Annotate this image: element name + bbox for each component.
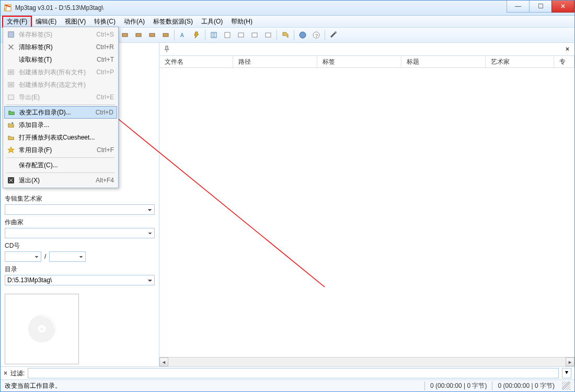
col-overflow[interactable]: 专 [554, 56, 574, 67]
svg-point-17 [300, 32, 306, 38]
menubar: 文件(F) 编辑(E) 视图(V) 转换(C) 动作(A) 标签数据源(S) 工… [1, 16, 574, 28]
menu-open-playlist[interactable]: 打开播放列表或Cuesheet... [4, 131, 117, 144]
cd-number-input[interactable] [5, 251, 41, 262]
col-path[interactable]: 路径 [233, 56, 317, 67]
filter-label: 过滤: [10, 369, 25, 378]
menu-tools[interactable]: 工具(O) [197, 16, 227, 27]
tb-tag-icon[interactable] [279, 29, 292, 41]
status-count-2: 0 (00:00:00 | 0 字节) [492, 382, 560, 390]
filter-input[interactable] [28, 368, 559, 378]
tb-playlist-icon[interactable] [208, 29, 220, 41]
scroll-left-icon[interactable]: ◄ [159, 358, 168, 366]
svg-rect-15 [252, 33, 257, 37]
filter-dropdown-icon[interactable]: ▾ [562, 368, 571, 378]
tb-misc2-icon[interactable] [248, 29, 261, 41]
svg-rect-7 [122, 33, 128, 37]
directory-input[interactable] [5, 275, 155, 285]
menu-favorites[interactable]: 常用目录(F)Ctrl+F [4, 144, 117, 156]
pin-icon[interactable] [163, 45, 171, 53]
file-menu-dropdown: 保存标签(S)Ctrl+S 清除标签(R)Ctrl+R 读取标签(T)Ctrl+… [3, 27, 119, 188]
tb-help-icon[interactable]: ? [310, 29, 323, 41]
album-artist-input[interactable] [5, 204, 155, 215]
col-filename[interactable]: 文件名 [159, 56, 233, 67]
filter-bar: × 过滤: ▾ [1, 366, 574, 379]
titlebar: Mp3tag v3.01 - D:\5.13\Mp3tag\ — ☐ ✕ [1, 1, 574, 16]
svg-rect-27 [8, 95, 14, 100]
svg-text:?: ? [315, 33, 318, 38]
filter-close-icon[interactable]: × [4, 370, 7, 377]
folder-open-icon [6, 133, 16, 142]
tb-web-icon[interactable] [296, 29, 309, 41]
folder-add-icon [6, 120, 16, 130]
star-icon [6, 145, 16, 155]
menu-save-config[interactable]: 保存配置(C)... [4, 159, 117, 171]
svg-rect-9 [150, 33, 155, 37]
scroll-right-icon[interactable]: ► [566, 358, 574, 366]
list-header: 文件名 路径 标签 标题 艺术家 专 [159, 56, 574, 68]
menu-convert[interactable]: 转换(C) [90, 16, 120, 27]
album-art-placeholder[interactable] [5, 294, 79, 364]
disc-icon [26, 313, 58, 344]
tb-export-icon[interactable] [221, 29, 234, 41]
status-count-1: 0 (00:00:00 | 0 字节) [424, 382, 492, 390]
status-message: 改变当前工作目录。 [5, 382, 424, 390]
tb-settings-icon[interactable] [327, 29, 340, 41]
menu-remove-tag[interactable]: 清除标签(R)Ctrl+R [4, 41, 117, 53]
close-button[interactable]: ✕ [551, 1, 574, 13]
list-icon [6, 67, 16, 77]
svg-point-23 [40, 328, 43, 331]
tb-misc1-icon[interactable] [235, 29, 247, 41]
minimize-button[interactable]: — [507, 1, 530, 13]
svg-point-20 [335, 31, 337, 33]
menu-help[interactable]: 帮助(H) [227, 16, 257, 27]
menu-actions[interactable]: 动作(A) [120, 16, 149, 27]
menu-view[interactable]: 视图(V) [61, 16, 90, 27]
svg-text:A: A [180, 32, 184, 38]
menu-read-tag[interactable]: 读取标签(T)Ctrl+T [4, 53, 117, 66]
tb-action4-icon[interactable] [159, 29, 172, 41]
album-artist-label: 专辑集艺术家 [5, 194, 155, 203]
menu-edit[interactable]: 编辑(E) [31, 16, 61, 27]
file-list-pane: × 文件名 路径 标签 标题 艺术家 专 ◄ ► [159, 43, 574, 366]
col-tag[interactable]: 标签 [317, 56, 401, 67]
composer-input[interactable] [5, 228, 155, 238]
menu-exit[interactable]: 退出(X)Alt+F4 [4, 174, 117, 187]
menu-add-directory[interactable]: 添加目录... [4, 119, 117, 131]
tb-autonumber-icon[interactable]: A [177, 29, 189, 41]
svg-rect-16 [266, 33, 271, 37]
tb-action1-icon[interactable] [119, 29, 131, 41]
col-artist[interactable]: 艺术家 [486, 56, 554, 67]
svg-rect-13 [225, 32, 230, 38]
app-icon [4, 4, 12, 12]
cd-total-input[interactable] [49, 251, 86, 262]
menu-save-tag[interactable]: 保存标签(S)Ctrl+S [4, 28, 117, 41]
menu-change-directory[interactable]: 改变工作目录(D)...Ctrl+D [4, 106, 117, 119]
list-body[interactable] [159, 68, 574, 357]
status-bar: 改变当前工作目录。 0 (00:00:00 | 0 字节) 0 (00:00:0… [1, 379, 574, 391]
export-icon [6, 93, 16, 102]
directory-label: 目录 [5, 265, 155, 274]
tb-misc3-icon[interactable] [262, 29, 274, 41]
window-title: Mp3tag v3.01 - D:\5.13\Mp3tag\ [15, 4, 507, 11]
list-icon [6, 80, 16, 89]
maximize-button[interactable]: ☐ [529, 1, 552, 13]
resize-grip[interactable] [562, 382, 570, 390]
menu-file[interactable]: 文件(F) [3, 16, 31, 27]
menu-export[interactable]: 导出(E)Ctrl+E [4, 91, 117, 103]
cd-label: CD号 [5, 241, 155, 250]
svg-rect-14 [238, 33, 244, 37]
panel-close-icon[interactable]: × [564, 45, 571, 53]
svg-rect-10 [163, 33, 168, 37]
tb-action2-icon[interactable] [132, 29, 145, 41]
menu-playlist-all[interactable]: 创建播放列表(所有文件)Ctrl+P [4, 66, 117, 78]
app-window: Mp3tag v3.01 - D:\5.13\Mp3tag\ — ☐ ✕ 文件(… [0, 0, 575, 392]
panel-header: × [159, 43, 574, 56]
tb-action3-icon[interactable] [146, 29, 158, 41]
tb-quick-action-icon[interactable] [190, 29, 203, 41]
col-title[interactable]: 标题 [401, 56, 486, 67]
horizontal-scrollbar[interactable]: ◄ ► [159, 357, 574, 366]
svg-rect-24 [8, 32, 14, 38]
menu-tag-sources[interactable]: 标签数据源(S) [149, 16, 197, 27]
svg-rect-8 [136, 33, 141, 37]
menu-playlist-selected[interactable]: 创建播放列表(选定文件) [4, 78, 117, 91]
